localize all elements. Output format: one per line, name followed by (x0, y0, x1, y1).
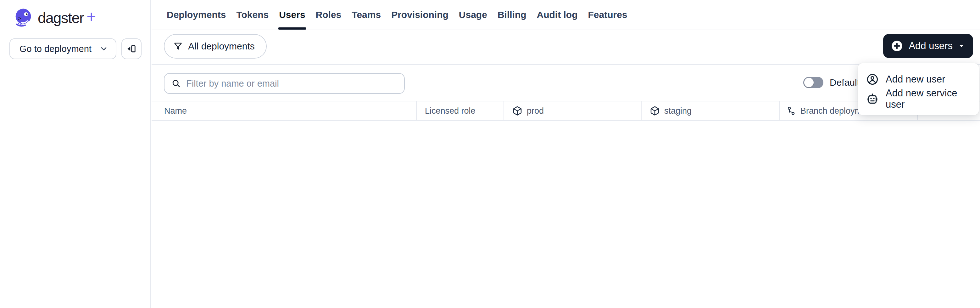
default-toggle-switch[interactable] (803, 77, 823, 88)
go-to-deployment-label: Go to deployment (19, 44, 92, 54)
users-table-body-empty (151, 121, 980, 287)
brand-plus-badge: + (86, 7, 96, 26)
all-deployments-filter-button[interactable]: All deployments (164, 34, 267, 59)
tab-provisioning[interactable]: Provisioning (391, 0, 449, 30)
add-users-menu: Add new user Add new service user (858, 63, 979, 115)
brand-name: dagster (38, 9, 84, 26)
tab-features[interactable]: Features (588, 0, 627, 30)
tab-roles[interactable]: Roles (316, 0, 342, 30)
collapse-sidebar-button[interactable] (121, 38, 142, 59)
column-header-name: Name (151, 101, 416, 120)
go-to-deployment-dropdown[interactable]: Go to deployment (10, 38, 116, 59)
plus-circle-icon (891, 40, 903, 52)
branch-icon (787, 106, 796, 116)
left-rail: dagster + Go to deployment (0, 0, 151, 308)
user-circle-icon (866, 73, 879, 86)
dagster-plus-users-page: dagster + Go to deployment (0, 0, 980, 308)
org-settings-tabs: Deployments Tokens Users Roles Teams Pro… (151, 0, 980, 30)
toggle-knob (804, 78, 814, 87)
filter-row: Default (151, 65, 980, 101)
default-toggle-group: Default (803, 77, 859, 88)
toolbar-row: All deployments Add users (151, 30, 980, 65)
main-content: Deployments Tokens Users Roles Teams Pro… (151, 0, 980, 287)
tab-users[interactable]: Users (279, 0, 305, 30)
add-users-button[interactable]: Add users (883, 34, 973, 58)
menu-item-label: Add new service user (886, 88, 970, 110)
search-input[interactable] (186, 78, 397, 89)
search-icon (172, 79, 181, 88)
tab-deployments[interactable]: Deployments (167, 0, 226, 30)
add-users-label: Add users (908, 40, 953, 52)
users-table-header: Name Licensed role prod (151, 101, 980, 121)
menu-item-label: Add new user (886, 74, 945, 85)
user-search-box (164, 73, 405, 94)
menu-item-add-new-service-user[interactable]: Add new service user (858, 89, 979, 109)
robot-icon (866, 93, 879, 105)
tab-usage[interactable]: Usage (459, 0, 487, 30)
dagster-octopus-icon (13, 7, 35, 28)
dagster-logo[interactable]: dagster + (13, 5, 96, 31)
rail-controls: Go to deployment (10, 38, 142, 59)
default-toggle-label: Default (830, 77, 859, 88)
collapse-panel-icon (126, 43, 137, 54)
filter-funnel-icon (173, 41, 183, 51)
column-header-staging: staging (641, 101, 779, 120)
caret-down-icon (958, 43, 965, 49)
chevron-down-icon (99, 45, 108, 53)
all-deployments-label: All deployments (188, 41, 255, 52)
column-header-licensed-role: Licensed role (416, 101, 504, 120)
tab-tokens[interactable]: Tokens (236, 0, 269, 30)
menu-item-add-new-user[interactable]: Add new user (858, 70, 979, 89)
tab-billing[interactable]: Billing (498, 0, 527, 30)
tab-teams[interactable]: Teams (352, 0, 381, 30)
tab-audit-log[interactable]: Audit log (537, 0, 578, 30)
deployment-cube-icon (650, 106, 660, 116)
column-header-prod: prod (504, 101, 641, 120)
deployment-cube-icon (512, 106, 522, 116)
